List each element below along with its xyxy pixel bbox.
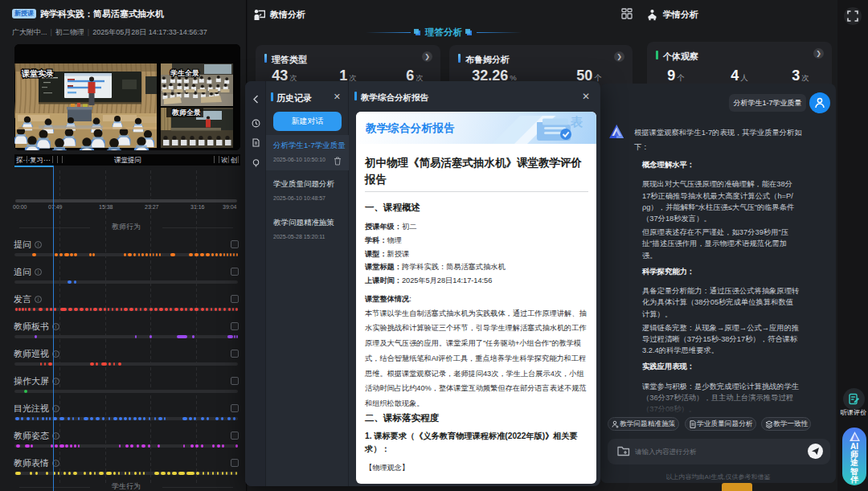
svg-text:学生全景: 学生全景 <box>170 69 199 77</box>
svg-text:教师全景: 教师全景 <box>171 108 201 117</box>
svg-text:课堂实录: 课堂实录 <box>21 69 54 78</box>
svg-text:表: 表 <box>570 115 583 129</box>
